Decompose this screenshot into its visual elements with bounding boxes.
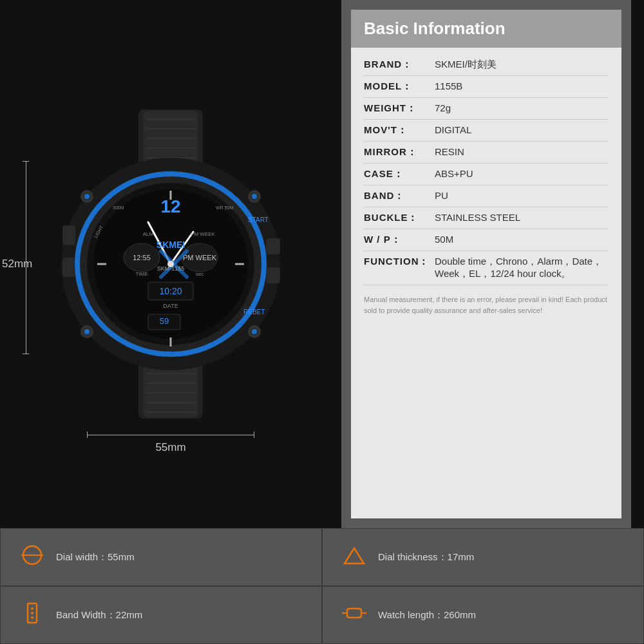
svg-point-29: [84, 194, 90, 199]
watch-length-icon: [342, 601, 366, 630]
svg-text:DATE: DATE: [163, 303, 178, 309]
spec-key: BUCKLE：: [364, 212, 435, 224]
spec-row: MIRROR：RESIN: [364, 142, 609, 164]
svg-marker-71: [345, 548, 364, 564]
svg-marker-80: [342, 612, 343, 614]
spec-val: 72g: [435, 102, 609, 113]
specs-body: BRAND：SKMEI/时刻美MODEL：1155BWEIGHT：72gMOV'…: [351, 48, 621, 518]
width-dimension-line: [87, 431, 254, 438]
spec-row: WEIGHT：72g: [364, 98, 609, 120]
bottom-cell-0: Dial width：55mm: [0, 528, 322, 586]
spec-row: BAND：PU: [364, 185, 609, 207]
spec-key: MOV'T：: [364, 124, 435, 137]
svg-point-31: [84, 329, 90, 334]
watch-image-area: 52mm 55mm: [0, 0, 341, 528]
svg-text:PM WEEK: PM WEEK: [183, 254, 217, 261]
svg-point-30: [252, 194, 257, 199]
svg-point-75: [31, 612, 33, 614]
svg-text:WR 50M: WR 50M: [216, 205, 233, 210]
bottom-cell-3: Watch length：260mm: [322, 586, 644, 644]
info-panel: Basic Information BRAND：SKMEI/时刻美MODEL：1…: [341, 0, 631, 528]
svg-rect-19: [266, 238, 280, 254]
svg-rect-20: [266, 267, 280, 283]
spec-key: MODEL：: [364, 80, 435, 93]
svg-marker-81: [366, 612, 366, 614]
spec-key: CASE：: [364, 168, 435, 180]
spec-row: MOV'T：DIGITAL: [364, 120, 609, 142]
svg-rect-17: [62, 225, 75, 245]
svg-text:TIME: TIME: [135, 271, 147, 277]
svg-text:PM WEEK: PM WEEK: [191, 231, 215, 237]
spec-row: FUNCTION：Double time，Chrono，Alarm，Date，W…: [364, 251, 609, 285]
bottom-cell-label-1: Dial thickness：17mm: [378, 551, 474, 564]
spec-val: SKMEI/时刻美: [435, 59, 609, 71]
svg-text:REBET: REBET: [243, 308, 265, 316]
spec-key: BRAND：: [364, 59, 435, 71]
dial-thickness-icon: [342, 543, 366, 572]
svg-point-32: [252, 329, 257, 334]
bottom-bar: Dial width：55mmDial thickness：17mmBand W…: [0, 528, 644, 644]
svg-text:sec: sec: [196, 271, 204, 277]
info-header: Basic Information: [351, 10, 621, 48]
page-title: Basic Information: [364, 19, 609, 39]
spec-row: MODEL：1155B: [364, 76, 609, 98]
svg-text:10:20: 10:20: [159, 286, 182, 296]
svg-point-76: [31, 616, 33, 619]
dial-width-icon: [20, 543, 44, 572]
svg-text:START: START: [248, 216, 269, 223]
bottom-cell-label-2: Band Width：22mm: [56, 609, 142, 621]
spec-val: STAINLESS STEEL: [435, 212, 609, 223]
watch-illustration: 12 12:55 PM WEEK 10:20 DATE 59: [48, 109, 293, 419]
spec-val: 1155B: [435, 80, 609, 91]
spec-val: DIGITAL: [435, 124, 609, 135]
svg-text:59: 59: [160, 316, 169, 326]
spec-val: RESIN: [435, 146, 609, 157]
svg-marker-70: [41, 554, 44, 556]
spec-key: MIRROR：: [364, 146, 435, 158]
spec-row: BRAND：SKMEI/时刻美: [364, 54, 609, 76]
svg-rect-18: [62, 258, 75, 277]
spec-row: CASE：ABS+PU: [364, 164, 609, 185]
spec-key: WEIGHT：: [364, 102, 435, 115]
svg-text:SKM-1155: SKM-1155: [157, 265, 185, 272]
spec-row: W / P：50M: [364, 229, 609, 251]
svg-marker-69: [21, 554, 23, 556]
svg-rect-77: [347, 609, 361, 618]
spec-val: Double time，Chrono，Alarm，Date，Week，EL，12…: [435, 256, 609, 280]
spec-val: ABS+PU: [435, 168, 609, 179]
info-card: Basic Information BRAND：SKMEI/时刻美MODEL：1…: [351, 10, 621, 518]
spec-val: PU: [435, 190, 609, 201]
bottom-cell-label-3: Watch length：260mm: [378, 609, 476, 621]
spec-row: BUCKLE：STAINLESS STEEL: [364, 207, 609, 229]
spec-val: 50M: [435, 234, 609, 245]
svg-text:12:55: 12:55: [133, 254, 151, 261]
svg-text:300M: 300M: [113, 205, 124, 210]
spec-key: W / P：: [364, 234, 435, 246]
svg-text:ALM: ALM: [143, 231, 154, 237]
spec-key: BAND：: [364, 190, 435, 202]
bottom-cell-1: Dial thickness：17mm: [322, 528, 644, 586]
height-label: 52mm: [2, 258, 32, 270]
band-width-icon: [20, 601, 44, 630]
width-label: 55mm: [155, 441, 185, 454]
info-note: Manual measurement, if there is an error…: [364, 290, 609, 316]
bottom-cell-2: Band Width：22mm: [0, 586, 322, 644]
svg-text:12: 12: [160, 196, 180, 216]
spec-key: FUNCTION：: [364, 256, 435, 268]
bottom-cell-label-0: Dial width：55mm: [56, 551, 135, 564]
svg-point-74: [31, 607, 33, 610]
svg-text:SKMEI: SKMEI: [156, 240, 185, 250]
